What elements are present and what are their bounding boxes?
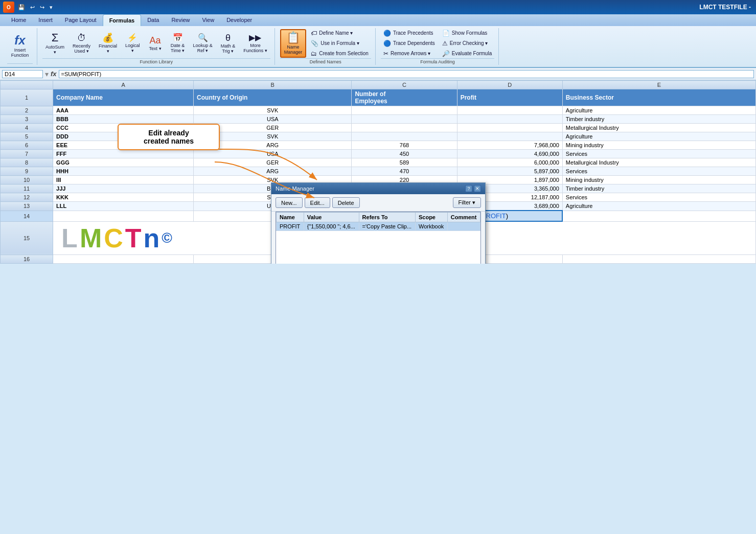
- cell-d9[interactable]: 5,897,000: [457, 167, 562, 176]
- cell-c5[interactable]: [352, 132, 457, 141]
- col-header-c[interactable]: C: [352, 81, 457, 89]
- cell-a9[interactable]: HHH: [53, 167, 194, 176]
- dialog-help-icon[interactable]: ?: [465, 185, 472, 192]
- dialog-close-icon[interactable]: ✕: [474, 185, 481, 192]
- tab-insert[interactable]: Insert: [32, 14, 59, 26]
- error-checking-button[interactable]: ⚠ Error Checking ▾: [440, 39, 494, 48]
- cell-d3[interactable]: [457, 115, 562, 124]
- dialog-edit-button[interactable]: Edit...: [305, 197, 330, 208]
- qat-dropdown[interactable]: ▾: [48, 3, 54, 12]
- show-formulas-button[interactable]: 📄 Show Formulas: [440, 29, 494, 38]
- cell-a12[interactable]: KKK: [53, 193, 194, 202]
- financial-button[interactable]: 💰 Financial▾: [96, 31, 120, 56]
- cell-d8[interactable]: 6,000,000: [457, 158, 562, 167]
- cell-a13[interactable]: LLL: [53, 202, 194, 211]
- cell-b8[interactable]: GER: [194, 158, 352, 167]
- cell-a7[interactable]: FFF: [53, 150, 194, 158]
- math-trig-button[interactable]: θ Math &Trig ▾: [218, 31, 239, 56]
- name-manager-button[interactable]: 📋 NameManager: [280, 29, 307, 58]
- office-logo-icon[interactable]: O: [3, 2, 14, 13]
- cell-e9[interactable]: Services: [562, 167, 755, 176]
- trace-precedents-button[interactable]: 🔵 Trace Precedents: [381, 29, 438, 38]
- autosum-button[interactable]: Σ AutoSum▾: [42, 30, 67, 57]
- qat-undo[interactable]: ↩: [29, 3, 36, 12]
- tab-home[interactable]: Home: [5, 14, 32, 26]
- qat-redo[interactable]: ↪: [38, 3, 46, 12]
- evaluate-formula-button[interactable]: 🔎 Evaluate Formula: [440, 49, 494, 58]
- cell-e3[interactable]: Timber industry: [562, 115, 755, 124]
- col-header-e[interactable]: E: [562, 81, 755, 89]
- cell-b7[interactable]: USA: [194, 150, 352, 158]
- name-box[interactable]: [2, 70, 43, 78]
- tab-formulas[interactable]: Formulas: [103, 14, 142, 26]
- cell-c6[interactable]: 768: [352, 141, 457, 150]
- cell-b9[interactable]: ARG: [194, 167, 352, 176]
- cell-a16[interactable]: [53, 255, 194, 264]
- cell-c3[interactable]: [352, 115, 457, 124]
- recently-used-button[interactable]: ⏱ RecentlyUsed ▾: [70, 31, 94, 56]
- cell-e16[interactable]: [562, 255, 755, 264]
- cell-e14[interactable]: [562, 211, 755, 221]
- cell-e11[interactable]: Timber industry: [562, 184, 755, 193]
- formula-input[interactable]: [59, 70, 754, 78]
- insert-function-button[interactable]: fx InsertFunction: [7, 32, 33, 60]
- cell-e5[interactable]: Agriculture: [562, 132, 755, 141]
- date-time-button[interactable]: 📅 Date &Time ▾: [168, 32, 188, 55]
- trace-dependents-button[interactable]: 🔵 Trace Dependents: [381, 39, 438, 48]
- remove-arrows-button[interactable]: ✂ Remove Arrows ▾: [381, 49, 438, 58]
- text-button[interactable]: Aa Text ▾: [145, 34, 166, 53]
- cell-b1[interactable]: Country of Origin: [194, 89, 352, 106]
- cell-e13[interactable]: Agriculture: [562, 202, 755, 211]
- dialog-table-row[interactable]: PROFIT {"1,550,000 "; 4,6... ='Copy Past…: [277, 222, 480, 231]
- more-functions-button[interactable]: ▶▶ MoreFunctions ▾: [240, 32, 270, 55]
- cell-e7[interactable]: Services: [562, 150, 755, 158]
- cell-c7[interactable]: 450: [352, 150, 457, 158]
- cell-e2[interactable]: Agriculture: [562, 106, 755, 115]
- create-from-selection-button[interactable]: 🗂 Create from Selection: [308, 49, 371, 58]
- cell-a3[interactable]: BBB: [53, 115, 194, 124]
- name-manager-dialog: Name Manager ? ✕ New... Edit... Delete F…: [271, 182, 486, 264]
- cell-a10[interactable]: III: [53, 176, 194, 184]
- cell-a8[interactable]: GGG: [53, 158, 194, 167]
- tab-review[interactable]: Review: [165, 14, 196, 26]
- cell-a14[interactable]: [53, 211, 194, 221]
- cell-b3[interactable]: USA: [194, 115, 352, 124]
- tab-view[interactable]: View: [196, 14, 220, 26]
- cell-d2[interactable]: [457, 106, 562, 115]
- qat-save[interactable]: 💾: [16, 3, 27, 12]
- cell-d7[interactable]: 4,690,000: [457, 150, 562, 158]
- col-header-d[interactable]: D: [457, 81, 562, 89]
- cell-c1[interactable]: Number ofEmployees: [352, 89, 457, 106]
- cell-e6[interactable]: Mining industry: [562, 141, 755, 150]
- dialog-new-button[interactable]: New...: [276, 197, 303, 208]
- cell-e10[interactable]: Mining industry: [562, 176, 755, 184]
- logical-button[interactable]: ⚡ Logical▾: [122, 32, 143, 55]
- cell-d6[interactable]: 7,968,000: [457, 141, 562, 150]
- cell-d1[interactable]: Profit: [457, 89, 562, 106]
- cell-a11[interactable]: JJJ: [53, 184, 194, 193]
- table-row: 5 DDD SVK Agriculture: [1, 132, 756, 141]
- col-header-a[interactable]: A: [53, 81, 194, 89]
- cell-b2[interactable]: SVK: [194, 106, 352, 115]
- dialog-delete-button[interactable]: Delete: [332, 197, 360, 208]
- cell-a1[interactable]: Company Name: [53, 89, 194, 106]
- cell-a2[interactable]: AAA: [53, 106, 194, 115]
- cell-e8[interactable]: Metallurgical Industry: [562, 158, 755, 167]
- cell-c9[interactable]: 470: [352, 167, 457, 176]
- cell-d4[interactable]: [457, 124, 562, 132]
- cell-c8[interactable]: 589: [352, 158, 457, 167]
- cell-e12[interactable]: Services: [562, 193, 755, 202]
- cell-d5[interactable]: [457, 132, 562, 141]
- cell-c2[interactable]: [352, 106, 457, 115]
- cell-e4[interactable]: Metallurgical Industry: [562, 124, 755, 132]
- cell-c4[interactable]: [352, 124, 457, 132]
- tab-developer[interactable]: Developer: [220, 14, 258, 26]
- tab-page-layout[interactable]: Page Layout: [59, 14, 103, 26]
- col-header-b[interactable]: B: [194, 81, 352, 89]
- define-name-button[interactable]: 🏷 Define Name ▾: [308, 29, 371, 38]
- use-in-formula-button[interactable]: 📎 Use in Formula ▾: [308, 39, 371, 48]
- tab-data[interactable]: Data: [141, 14, 165, 26]
- dialog-filter-button[interactable]: Filter ▾: [453, 197, 482, 208]
- cell-e1[interactable]: Business Sector: [562, 89, 755, 106]
- lookup-ref-button[interactable]: 🔍 Lookup &Ref ▾: [190, 32, 216, 55]
